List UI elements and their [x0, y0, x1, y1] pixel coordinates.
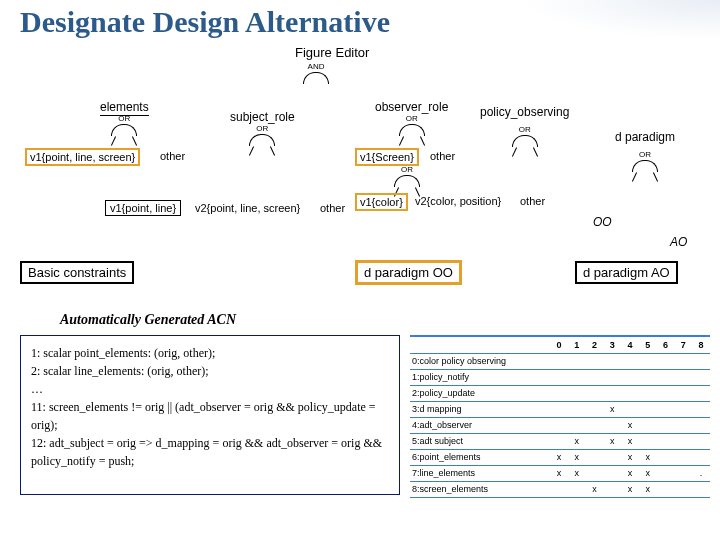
col-header: 8: [692, 337, 710, 353]
row-label: 0:color policy observing: [410, 353, 550, 369]
cell: [550, 433, 568, 449]
cell: [586, 401, 604, 417]
label-subject-role: subject_role: [230, 110, 295, 124]
cell: [568, 417, 586, 433]
cell: [657, 465, 675, 481]
table-row: 3:d mappingx: [410, 401, 710, 417]
leaf-other-1: other: [160, 150, 185, 162]
cell: [586, 353, 604, 369]
leaf-v1-color: v1{color}: [355, 193, 408, 211]
cell: x: [550, 465, 568, 481]
acn-line-1: 1: scalar point_elements: (orig, other);: [31, 344, 389, 362]
cell: [568, 369, 586, 385]
cell: [674, 449, 692, 465]
node-d-paradigm: d paradigm OR: [615, 130, 675, 180]
cell: [692, 433, 710, 449]
row-label: 2:policy_update: [410, 385, 550, 401]
basic-constraints-label: Basic constraints: [20, 261, 134, 284]
cell: [692, 417, 710, 433]
cell: [603, 449, 621, 465]
cell: x: [568, 465, 586, 481]
cell: [674, 353, 692, 369]
cell: x: [586, 481, 604, 497]
or-label: OR: [230, 124, 295, 133]
or-label: OR: [392, 165, 422, 174]
highlight-box: v1{color}: [355, 193, 408, 211]
cell: x: [550, 449, 568, 465]
col-header: 5: [639, 337, 657, 353]
cell: x: [603, 401, 621, 417]
row-label: 5:adt subject: [410, 433, 550, 449]
acn-heading: Automatically Generated ACN: [60, 312, 236, 328]
cell: x: [603, 433, 621, 449]
or-gate-observer2: OR: [392, 165, 422, 195]
cell: [639, 385, 657, 401]
cell: x: [621, 449, 639, 465]
cell: x: [639, 481, 657, 497]
cell: x: [639, 449, 657, 465]
cell: [674, 417, 692, 433]
col-header: 4: [621, 337, 639, 353]
cell: [657, 353, 675, 369]
arc-icon: [399, 124, 425, 136]
arc-icon: [632, 160, 658, 172]
col-header: 6: [657, 337, 675, 353]
cell: [586, 369, 604, 385]
leaf-v2-cp: v2{color, position}: [415, 195, 501, 207]
cell: [603, 369, 621, 385]
cell: x: [621, 417, 639, 433]
cell: [603, 417, 621, 433]
row-label: 6:point_elements: [410, 449, 550, 465]
arc-icon: [394, 175, 420, 187]
cell: [692, 401, 710, 417]
cell: [692, 481, 710, 497]
cell: [586, 417, 604, 433]
cell: [568, 481, 586, 497]
and-label: AND: [303, 62, 329, 71]
cell: [603, 353, 621, 369]
arc-icon: [512, 135, 538, 147]
page-title: Designate Design Alternative: [20, 5, 390, 38]
cell: [586, 385, 604, 401]
row-label: 1:policy_notify: [410, 369, 550, 385]
label-observer-role: observer_role: [375, 100, 448, 114]
leaf-v2-pls: v2{point, line, screen}: [195, 202, 300, 214]
arc-icon: [111, 124, 137, 136]
cell: [639, 369, 657, 385]
cell: [639, 401, 657, 417]
decorative-gradient: [520, 0, 720, 40]
figure-editor-root: Figure Editor: [295, 45, 369, 60]
cell: [639, 433, 657, 449]
cell: [621, 385, 639, 401]
leaf-v1-pls: v1{point, line, screen}: [25, 148, 140, 166]
cell: [621, 401, 639, 417]
leaf-ao: AO: [670, 235, 687, 249]
cell: [657, 401, 675, 417]
cell: [674, 369, 692, 385]
cell: [692, 449, 710, 465]
box-d-paradigm-oo: d paradigm OO: [355, 265, 462, 280]
cell: [603, 385, 621, 401]
cell: [657, 417, 675, 433]
cell: [586, 433, 604, 449]
cell: x: [621, 481, 639, 497]
leaf-other-2: other: [430, 150, 455, 162]
col-header: 7: [674, 337, 692, 353]
table-row: 0:color policy observing: [410, 353, 710, 369]
cell: [657, 433, 675, 449]
cell: [692, 385, 710, 401]
or-label: OR: [480, 125, 569, 134]
cell: [657, 369, 675, 385]
node-elements: elements OR: [100, 100, 149, 144]
thin-box: v1{point, line}: [105, 200, 181, 216]
cell: [568, 353, 586, 369]
or-label: OR: [615, 150, 675, 159]
cell: x: [621, 465, 639, 481]
arc-icon: [303, 72, 329, 84]
node-observer-role: observer_role OR: [375, 100, 448, 144]
acn-code-box: 1: scalar point_elements: (orig, other);…: [20, 335, 400, 495]
box-d-paradigm-ao: d paradigm AO: [575, 265, 678, 280]
table-row: 2:policy_update: [410, 385, 710, 401]
and-gate-root: AND: [303, 62, 329, 84]
leaf-v1-screen: v1{Screen}: [355, 148, 419, 166]
